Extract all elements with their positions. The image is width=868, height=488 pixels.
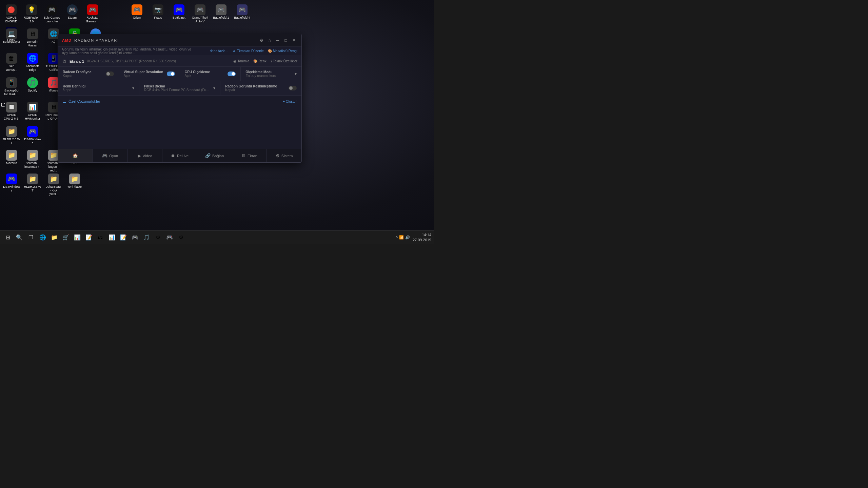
ds4-icon: 🎮 bbox=[166, 234, 173, 241]
controls-row2: Renk Derinliği 8 bpc ▾ Piksel Biçimi RGB… bbox=[58, 81, 301, 95]
icon-ibackupbot[interactable]: 📱 iBackupBot for iPad i... bbox=[1, 76, 22, 98]
sharpening-toggle[interactable] bbox=[289, 86, 297, 90]
freesync-toggle[interactable] bbox=[106, 72, 114, 76]
taskbar-outlook[interactable]: 🗂 bbox=[95, 232, 106, 243]
pixel-format-dropdown[interactable]: ▾ bbox=[213, 86, 215, 90]
icon-rockstar[interactable]: 🎮 Rockstar Games ... bbox=[83, 3, 102, 25]
masaustu-rengi-link[interactable]: 🎨 Masaüstü Rengi bbox=[268, 49, 297, 53]
icon-steam[interactable]: 🎮 Steam bbox=[62, 3, 82, 25]
nav-video[interactable]: ▶ Video bbox=[127, 149, 162, 162]
nav-sistem[interactable]: ⚙ Sistem bbox=[267, 149, 301, 162]
icon-epic[interactable]: 🎮 Epic Games Launcher bbox=[42, 3, 62, 25]
desktop-icons-row9: 🎮 DS4Windows 📁 RLDR.2.6.WT 📁 Deka BeatT … bbox=[0, 171, 86, 199]
taskbar-settings[interactable]: ⚙ bbox=[176, 232, 186, 243]
taskbar-store[interactable]: 🛒 bbox=[60, 232, 71, 243]
volume-tray-icon: 🔊 bbox=[405, 235, 410, 240]
taskbar-xbox[interactable]: 🎮 bbox=[130, 232, 140, 243]
icon-teoman1[interactable]: 📁 teoman - limanında r... bbox=[22, 148, 43, 174]
renk-button[interactable]: 🎨 Renk bbox=[253, 59, 266, 63]
icon-edge[interactable]: 🌐 Microsoft Edge bbox=[22, 52, 43, 73]
task-view-button[interactable]: ❐ bbox=[26, 232, 36, 243]
tanimla-button[interactable]: ◉ Tanımla bbox=[233, 59, 249, 63]
icon-rgbfusion[interactable]: 💡 RGBFusion 2.0 bbox=[22, 3, 41, 25]
icon-origin[interactable]: 🎮 Origin bbox=[127, 3, 147, 25]
icon-hwmonitor[interactable]: 📊 CPUID HWMonitor bbox=[22, 100, 43, 122]
icon-bf4[interactable]: 🎮 Battlefield 4 bbox=[232, 3, 252, 25]
gpu-scale-value: Açık bbox=[185, 74, 210, 78]
ppt-icon: 📊 bbox=[108, 234, 115, 241]
taskbar-left: ⊞ 🔍 ❐ bbox=[3, 232, 36, 243]
icon-maestro[interactable]: 📁 Maestro bbox=[1, 148, 22, 174]
taskbar-spotify[interactable]: 🎵 bbox=[141, 232, 152, 243]
ekranlari-duzenle-link[interactable]: 🖥 Ekranları Düzenle bbox=[232, 49, 263, 53]
vsr-toggle[interactable] bbox=[167, 72, 175, 76]
icon-recyclebin[interactable]: 🗑 Geri Dönüş... bbox=[1, 52, 22, 73]
pixel-format-label: Piksel Biçimi bbox=[144, 84, 209, 88]
clock-date: 27.09.2019 bbox=[413, 238, 431, 242]
desktop: 🔴 AORUS ENGINE 💡 RGBFusion 2.0 🎮 Epic Ga… bbox=[0, 0, 434, 244]
custom-res-title: ⚌ Özel Çözünürlükler bbox=[63, 99, 100, 104]
gpu-scale-toggle[interactable] bbox=[228, 72, 236, 76]
more-link[interactable]: daha fazla... bbox=[210, 49, 228, 53]
clock: 14:14 27.09.2019 bbox=[413, 232, 431, 242]
scale-mode-label: Ölçekleme Modu bbox=[245, 70, 276, 74]
icon-gta5[interactable]: 🎮 Grand Theft Auto V bbox=[190, 3, 210, 25]
icon-battlenet[interactable]: 🎮 Battle.net bbox=[169, 3, 189, 25]
custom-res-section: ⚌ Özel Çözünürlükler + Oluştur bbox=[58, 95, 301, 149]
icon-deka[interactable]: 📁 Deka BeatT - Kick (Battl... bbox=[43, 172, 64, 197]
color-depth-control: Renk Derinliği 8 bpc ▾ bbox=[58, 81, 139, 95]
nav-ekran[interactable]: 🖥 Ekran bbox=[232, 149, 267, 162]
taskbar-explorer[interactable]: 📁 bbox=[49, 232, 60, 243]
icon-controlpanel[interactable]: 🖥 Denetim Masası bbox=[22, 27, 43, 49]
scale-mode-dropdown[interactable]: ▾ bbox=[295, 72, 297, 76]
taskbar: ⊞ 🔍 ❐ 🌐 📁 🛒 📊 📝 🗂 📊 📝 🎮 🎵 ⚙ 🎮 ⚙ bbox=[0, 230, 434, 244]
settings-button[interactable]: ⚙ bbox=[258, 37, 265, 44]
desktop-icons-row7: 📁 RLDR.2.6.WT 🎮 DS4Windows bbox=[0, 123, 44, 148]
icon-rldr[interactable]: 📁 RLDR.2.6.WT bbox=[1, 125, 22, 146]
taskbar-app1[interactable]: ⚙ bbox=[153, 232, 163, 243]
nav-video-label: Video bbox=[143, 154, 152, 158]
controls-row1: Radeon FreeSync Kapalı Virtual Super Res… bbox=[58, 67, 301, 81]
start-button[interactable]: ⊞ bbox=[3, 232, 13, 243]
maximize-button[interactable]: □ bbox=[282, 37, 289, 44]
create-button[interactable]: + Oluştur bbox=[283, 100, 297, 103]
amd-logo: AMD bbox=[62, 38, 72, 42]
color-depth-dropdown[interactable]: ▾ bbox=[132, 86, 134, 90]
minimize-button[interactable]: ─ bbox=[274, 37, 281, 44]
nav-relive[interactable]: ⏺ ReLive bbox=[162, 149, 197, 162]
search-button[interactable]: 🔍 bbox=[14, 232, 24, 243]
icon-fraps[interactable]: 📷 Fraps bbox=[148, 3, 168, 25]
nav-home[interactable]: 🏠 bbox=[58, 149, 93, 162]
taskbar-word[interactable]: 📝 bbox=[118, 232, 129, 243]
icon-mycomputer[interactable]: 💻 Bu bilgisayar bbox=[1, 27, 22, 49]
connect-icon: 🔗 bbox=[205, 153, 211, 158]
taskbar-onenote[interactable]: 📝 bbox=[83, 232, 94, 243]
nav-baglan[interactable]: 🔗 Bağlan bbox=[197, 149, 232, 162]
icon-ds4windows2[interactable]: 🎮 DS4Windows bbox=[1, 172, 22, 197]
monitor-icon: 🖥 bbox=[232, 49, 236, 53]
icon-yeni-klasor[interactable]: 📁 Yeni klasör bbox=[64, 172, 85, 197]
taskbar-powerpoint[interactable]: 📊 bbox=[106, 232, 117, 243]
tray-arrow[interactable]: ^ bbox=[396, 236, 398, 240]
icon-bf1[interactable]: 🎮 Battlefield 1 bbox=[211, 3, 231, 25]
window-controls: ⚙ ☆ ─ □ ✕ bbox=[258, 37, 297, 44]
icon-rldr2[interactable]: 📁 RLDR.2.6.WT bbox=[22, 172, 43, 197]
nav-oyun[interactable]: 🎮 Oyun bbox=[93, 149, 128, 162]
palette-icon: 🎨 bbox=[268, 49, 272, 53]
teknik-ozellikler-button[interactable]: ℹ Teknik Özellikler bbox=[271, 59, 297, 63]
window-titlebar: AMD RADEON AYARLARI ⚙ ☆ ─ □ ✕ bbox=[58, 34, 301, 46]
screen-monitor-icon: 🖥 bbox=[62, 59, 67, 64]
close-button[interactable]: ✕ bbox=[291, 37, 297, 44]
vsr-control: Virtual Super Resolution Açık bbox=[119, 67, 180, 81]
identify-icon: ◉ bbox=[233, 59, 236, 63]
store-icon: 🛒 bbox=[62, 234, 69, 241]
taskbar-edge[interactable]: 🌐 bbox=[37, 232, 48, 243]
taskbar-excel[interactable]: 📊 bbox=[72, 232, 83, 243]
icon-ds4windows[interactable]: 🎮 DS4Windows bbox=[22, 125, 43, 146]
clock-time: 14:14 bbox=[413, 232, 431, 237]
icon-aorus[interactable]: 🔴 AORUS ENGINE bbox=[1, 3, 21, 25]
icon-spotify[interactable]: 🎵 Spotify bbox=[22, 76, 43, 98]
taskbar-ds4[interactable]: 🎮 bbox=[164, 232, 175, 243]
bookmark-button[interactable]: ☆ bbox=[266, 37, 273, 44]
record-icon: ⏺ bbox=[171, 153, 175, 158]
